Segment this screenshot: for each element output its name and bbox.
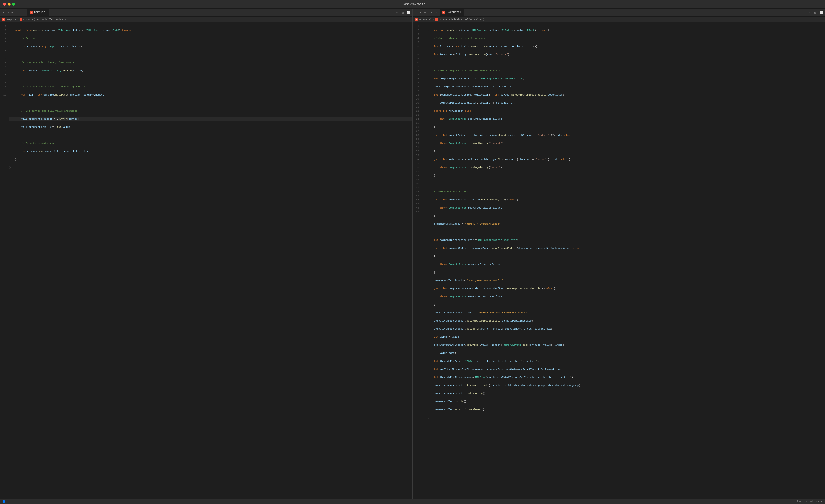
window-title: — Compute.swift: [400, 2, 425, 6]
title-bar: — Compute.swift: [0, 0, 825, 8]
code-line: computeCommandEncoder.dispatchThreads(th…: [422, 383, 825, 387]
code-line: throw ComputeError.resourceCreationFailu…: [422, 117, 825, 121]
code-line: computeCommandEncoder.setBuffer(buffer, …: [422, 327, 825, 331]
code-line: commandQueue.label = "memcpy-MTLCommandQ…: [422, 222, 825, 226]
maximize-button[interactable]: [12, 3, 15, 6]
toggle-icon[interactable]: ⬜: [407, 11, 411, 14]
code-line: [422, 230, 825, 234]
cursor-position: Line: 12 Col: 44: [796, 500, 819, 503]
left-tab-controls[interactable]: ✕ ⊡ ⊞: [0, 11, 16, 14]
swift-file-icon: S: [29, 11, 33, 14]
status-bar: Line: 12 Col: 44 ⊡: [0, 499, 825, 504]
code-line: [422, 61, 825, 65]
code-line: guard let reflection else {: [422, 109, 825, 113]
code-line: let (computePipelineState, reflection) =…: [422, 93, 825, 97]
code-line: guard let outputIndex = reflection.bindi…: [422, 133, 825, 137]
layout-icon[interactable]: ▤: [401, 11, 405, 14]
code-line: let threadsPerThreadgroup = MTLSize(widt…: [422, 375, 825, 379]
code-line: throw ComputeError.resourceCreationFailu…: [422, 206, 825, 210]
right-toggle-icon[interactable]: ⬜: [819, 11, 823, 14]
code-line: static func bareMetal(device: MTLDevice,…: [422, 28, 825, 32]
code-line: }: [422, 270, 825, 274]
breadcrumb-compute[interactable]: Compute: [6, 18, 16, 21]
left-tab-right-controls: ⇄ ▤ ⬜: [395, 11, 412, 14]
breadcrumb-compute-fn[interactable]: compute(device:buffer:value:): [23, 18, 66, 21]
left-editor-pane: ✕ ⊡ ⊞ ‹ › S Compute ⇄ ▤ ⬜ S Compute › f: [0, 8, 413, 499]
code-line: // Create compute pass for memset operat…: [9, 85, 412, 89]
code-line: valueIndex): [422, 351, 825, 355]
close-pane-icon[interactable]: ✕: [2, 11, 5, 14]
left-nav-controls[interactable]: ‹ ›: [16, 11, 27, 14]
status-bar-left: [3, 500, 796, 503]
right-back-icon[interactable]: ‹: [430, 11, 433, 14]
breadcrumb-file-icon: S: [2, 18, 5, 21]
code-line: let compute = try Compute(device: device…: [9, 45, 412, 49]
code-line: {: [422, 254, 825, 258]
code-line: throw ComputeError.resourceCreationFailu…: [422, 262, 825, 266]
breadcrumb-baremetal[interactable]: BareMetal: [419, 18, 432, 21]
code-line: let library = try device.makeLibrary(sou…: [422, 45, 825, 49]
code-line: [9, 133, 412, 137]
code-line: computePipelineDescriptor, options: [.bi…: [422, 101, 825, 105]
traffic-lights[interactable]: [3, 3, 15, 6]
code-line: commandBuffer.commit(): [422, 400, 825, 404]
code-line: }: [9, 165, 412, 169]
code-line: // Execute compute pass: [9, 141, 412, 145]
right-split-icon[interactable]: ⊡: [419, 11, 422, 14]
left-code-content[interactable]: static func compute(device: MTLDevice, b…: [8, 22, 412, 499]
code-line: }: [422, 416, 825, 420]
code-line: throw ComputeError.missingBinding("value…: [422, 165, 825, 169]
back-icon[interactable]: ‹: [17, 11, 21, 14]
code-line: // Create shader library from source: [9, 61, 412, 65]
right-nav-controls[interactable]: ‹ ›: [429, 11, 440, 14]
code-line: // Execute compute pass: [422, 190, 825, 194]
code-line: [9, 101, 412, 105]
copy-icon[interactable]: ⇄: [395, 11, 399, 14]
code-line: // Create shader library from source: [422, 36, 825, 41]
split-icon[interactable]: ⊡: [6, 11, 9, 14]
code-line: throw ComputeError.missingBinding("outpu…: [422, 141, 825, 145]
right-code-content[interactable]: static func bareMetal(device: MTLDevice,…: [421, 22, 825, 499]
code-line: [9, 77, 412, 81]
right-tab-right-controls: ⇄ ▤ ⬜: [808, 11, 825, 14]
code-line: fill.arguments.value = .int(value): [9, 125, 412, 129]
right-code-area[interactable]: 12345 678910 1112131415 1617181920 21222…: [413, 22, 825, 499]
minimize-button[interactable]: [8, 3, 10, 6]
right-breadcrumb-fn-icon: f: [435, 18, 438, 21]
code-line: }: [422, 303, 825, 307]
left-breadcrumb: S Compute › f compute(device:buffer:valu…: [0, 17, 412, 22]
code-line: }: [422, 149, 825, 153]
code-line: throw ComputeError.resourceCreationFailu…: [422, 295, 825, 299]
right-close-icon[interactable]: ✕: [415, 11, 418, 14]
left-code-area[interactable]: 12345 678910 1112131415 161718 static fu…: [0, 22, 412, 499]
code-line: computeCommandEncoder.setBytes(&value, l…: [422, 343, 825, 347]
right-copy-icon[interactable]: ⇄: [808, 11, 812, 14]
forward-icon[interactable]: ›: [22, 11, 25, 14]
right-forward-icon[interactable]: ›: [435, 11, 438, 14]
code-line: let commandBufferDescriptor = MTLCommand…: [422, 238, 825, 242]
close-button[interactable]: [3, 3, 6, 6]
grid-icon[interactable]: ⊞: [11, 11, 14, 14]
right-tab-baremetal[interactable]: S BareMetal: [440, 8, 464, 16]
code-line: // Set up.: [9, 36, 412, 41]
code-line: commandBuffer.label = "memcpy-MTLCommand…: [422, 278, 825, 283]
left-line-numbers: 12345 678910 1112131415 161718: [0, 22, 8, 499]
resize-handle-icon: ⊡: [821, 500, 822, 503]
left-tab-compute[interactable]: S Compute: [27, 8, 49, 16]
code-line: [422, 424, 825, 428]
code-line: let threadsPerGrid = MTLSize(width: buff…: [422, 359, 825, 363]
right-breadcrumb-file-icon: S: [415, 18, 418, 21]
code-line: guard let commandQueue = device.makeComm…: [422, 198, 825, 202]
code-line: var value = value: [422, 335, 825, 339]
code-line: try compute.run(pass: fill, count: buffe…: [9, 149, 412, 153]
right-layout-icon[interactable]: ▤: [813, 11, 817, 14]
breadcrumb-baremetal-fn[interactable]: bareMetal(device:buffer:value:): [439, 18, 485, 21]
code-line: }: [422, 173, 825, 177]
right-tab-controls[interactable]: ✕ ⊡ ⊞: [413, 11, 429, 14]
right-grid-icon[interactable]: ⊞: [424, 11, 427, 14]
breadcrumb-fn-icon: f: [19, 18, 22, 21]
right-breadcrumb: S BareMetal › f bareMetal(device:buffer:…: [413, 17, 825, 22]
right-editor-pane: ✕ ⊡ ⊞ ‹ › S BareMetal ⇄ ▤ ⬜ S BareMetal …: [413, 8, 825, 499]
code-line: }: [9, 157, 412, 161]
code-line: fill.arguments.output = .buffer(buffer): [9, 117, 412, 121]
